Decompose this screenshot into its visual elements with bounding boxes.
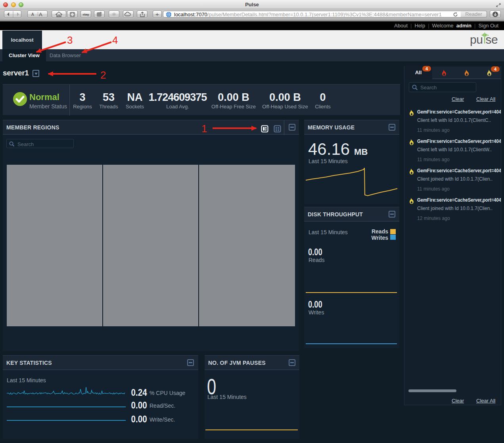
svg-text:2: 2 (100, 69, 106, 81)
svg-text:se: se (486, 33, 498, 46)
svg-text:pu: pu (470, 33, 483, 46)
